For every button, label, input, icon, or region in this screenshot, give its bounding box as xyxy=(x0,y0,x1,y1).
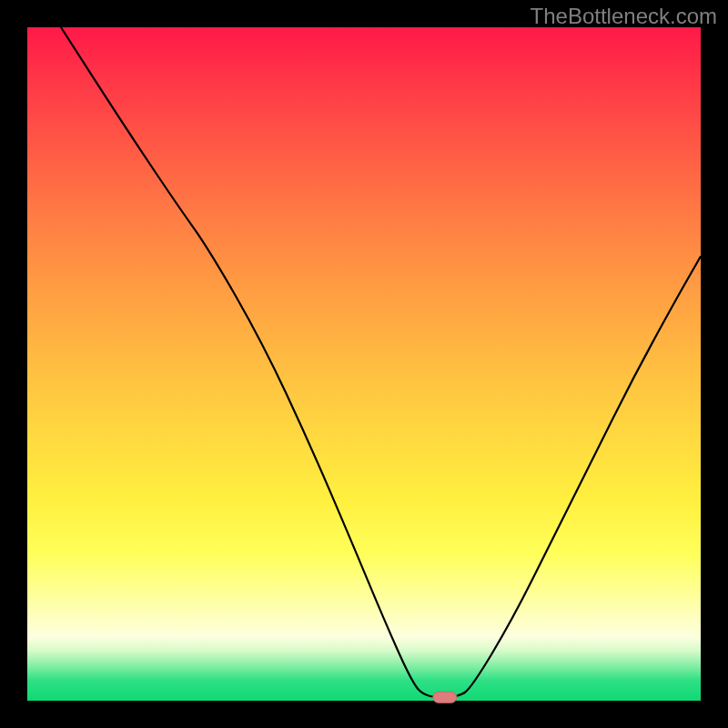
chart-frame: TheBottleneck.com xyxy=(0,0,728,728)
watermark-text: TheBottleneck.com xyxy=(531,4,717,29)
plot-background xyxy=(27,27,701,701)
optimal-marker xyxy=(433,692,457,703)
bottleneck-chart xyxy=(0,0,728,728)
